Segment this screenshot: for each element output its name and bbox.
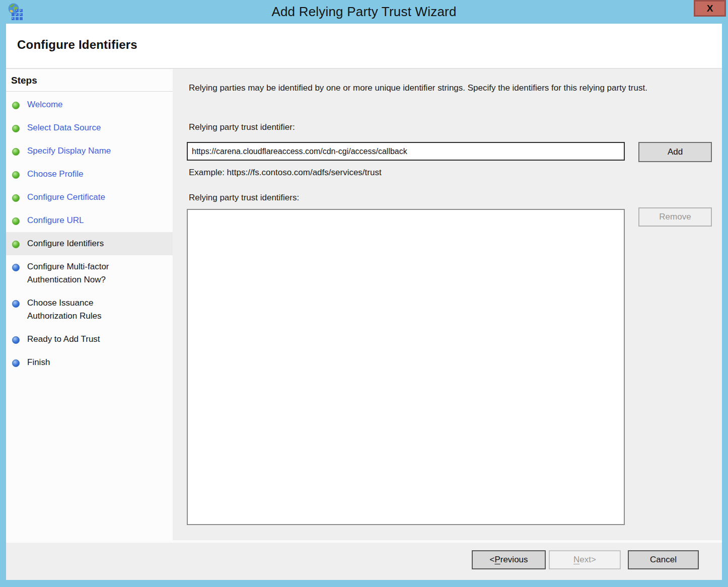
- step-item-configure-url[interactable]: Configure URL: [6, 209, 173, 232]
- previous-prefix: <: [489, 555, 494, 565]
- previous-rest: revious: [500, 555, 528, 565]
- step-item-choose-issuance-rules: Choose Issuance Authorization Rules: [6, 291, 173, 328]
- step-item-configure-certificate[interactable]: Configure Certificate: [6, 186, 173, 209]
- step-item-welcome[interactable]: Welcome: [6, 93, 173, 116]
- step-done-icon: [12, 148, 20, 156]
- previous-button[interactable]: < Previous: [472, 550, 546, 569]
- identifiers-list-label: Relying party trust identifiers:: [189, 193, 299, 203]
- steps-divider: [6, 91, 173, 92]
- next-suffix: >: [591, 555, 596, 565]
- next-accelerator: N: [573, 555, 579, 565]
- step-done-icon: [12, 125, 20, 132]
- next-button[interactable]: Next >: [549, 550, 621, 569]
- steps-heading: Steps: [11, 75, 37, 86]
- step-item-configure-multi-factor: Configure Multi-factor Authentication No…: [6, 255, 173, 291]
- identifier-label: Relying party trust identifier:: [189, 122, 295, 132]
- step-pending-icon: [12, 264, 20, 271]
- step-pending-icon: [12, 300, 20, 308]
- step-item-select-data-source[interactable]: Select Data Source: [6, 116, 173, 139]
- intro-text: Relying parties may be identified by one…: [189, 81, 703, 95]
- step-label: Specify Display Name: [27, 144, 111, 158]
- step-pending-icon: [12, 359, 20, 367]
- step-done-icon: [12, 171, 20, 179]
- close-button[interactable]: X: [694, 0, 726, 17]
- cancel-button[interactable]: Cancel: [628, 550, 699, 569]
- step-label: Choose Issuance Authorization Rules: [27, 297, 101, 323]
- step-item-configure-identifiers: Configure Identifiers: [6, 232, 173, 255]
- step-label: Choose Profile: [27, 168, 84, 181]
- step-done-icon: [12, 194, 20, 202]
- identifiers-listbox[interactable]: [187, 209, 625, 525]
- step-pending-icon: [12, 336, 20, 344]
- identifier-input[interactable]: [187, 142, 625, 161]
- previous-accelerator: P: [494, 555, 500, 565]
- page-header: Configure Identifiers: [6, 24, 722, 69]
- step-item-specify-display-name[interactable]: Specify Display Name: [6, 139, 173, 163]
- step-item-finish: Finish: [6, 351, 173, 374]
- wizard-window: Add Relying Party Trust Wizard X Configu…: [0, 0, 728, 587]
- step-item-choose-profile[interactable]: Choose Profile: [6, 163, 173, 186]
- remove-button[interactable]: Remove: [638, 207, 712, 227]
- step-done-icon: [12, 241, 20, 248]
- titlebar: Add Relying Party Trust Wizard X: [0, 0, 728, 24]
- step-label: Configure Multi-factor Authentication No…: [27, 260, 109, 286]
- step-done-icon: [12, 217, 20, 225]
- step-label: Finish: [27, 356, 50, 369]
- add-button[interactable]: Add: [638, 142, 712, 162]
- step-label: Select Data Source: [27, 121, 101, 134]
- step-label: Configure URL: [27, 214, 84, 227]
- content-pane: Relying parties may be identified by one…: [173, 69, 722, 543]
- step-label: Configure Certificate: [27, 191, 105, 204]
- step-done-icon: [12, 102, 20, 109]
- step-label: Welcome: [27, 98, 63, 111]
- step-label: Configure Identifiers: [27, 237, 104, 250]
- page-title: Configure Identifiers: [17, 38, 137, 52]
- step-item-ready-to-add-trust: Ready to Add Trust: [6, 328, 173, 351]
- footer-bar: < Previous Next > Cancel: [6, 540, 722, 580]
- example-text: Example: https://fs.contoso.com/adfs/ser…: [189, 168, 382, 178]
- steps-sidebar: Steps Welcome Select Data Source Specify…: [6, 69, 173, 580]
- window-title: Add Relying Party Trust Wizard: [0, 0, 728, 24]
- step-label: Ready to Add Trust: [27, 333, 100, 346]
- steps-list: Welcome Select Data Source Specify Displ…: [6, 93, 173, 374]
- next-rest: ext: [579, 555, 591, 565]
